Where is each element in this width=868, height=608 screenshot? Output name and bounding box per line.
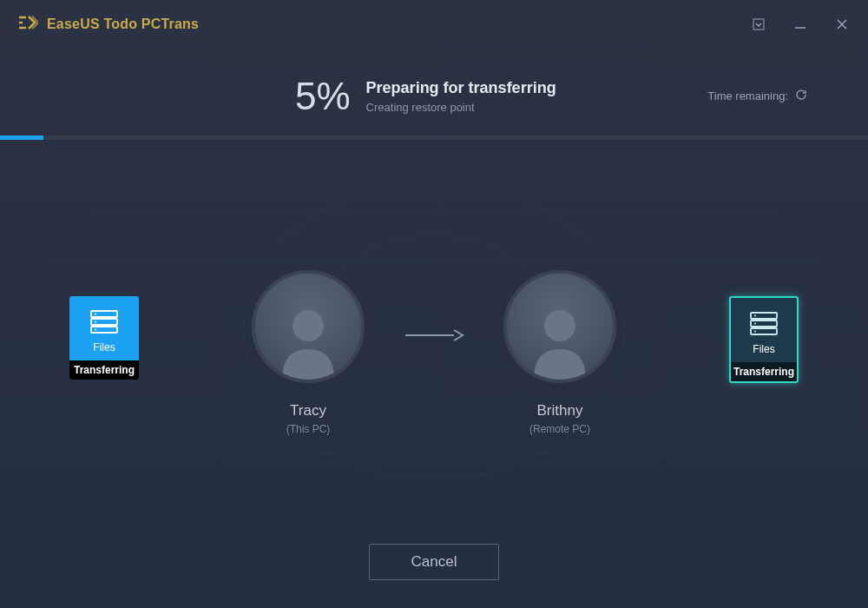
close-icon[interactable] xyxy=(833,16,851,33)
dest-card-status: Transferring xyxy=(731,362,797,381)
dest-pc: Brithny (Remote PC) xyxy=(503,270,616,435)
window-controls xyxy=(750,16,851,33)
app-window: EaseUS Todo PCTrans 5% Preparing for tra… xyxy=(0,0,868,608)
main-area: Files Transferring Files Transferring xyxy=(0,140,868,548)
svg-point-15 xyxy=(95,321,96,323)
dest-pc-name: Brithny xyxy=(503,402,616,420)
avatar-icon xyxy=(252,270,365,383)
dropdown-icon[interactable] xyxy=(750,16,767,33)
dest-files-card[interactable]: Files Transferring xyxy=(729,296,799,383)
svg-point-22 xyxy=(754,331,756,333)
files-icon xyxy=(69,296,139,338)
svg-point-21 xyxy=(754,323,756,325)
svg-point-20 xyxy=(754,315,756,317)
progress-percent: 5% xyxy=(295,75,351,118)
app-title: EaseUS Todo PCTrans xyxy=(47,17,199,32)
source-card-label: Files xyxy=(69,338,139,360)
avatar-icon xyxy=(503,270,616,383)
status-title: Preparing for transferring xyxy=(366,79,556,97)
source-pc-name: Tracy xyxy=(252,402,365,420)
refresh-icon xyxy=(795,89,807,103)
titlebar: EaseUS Todo PCTrans xyxy=(0,0,868,49)
svg-point-14 xyxy=(95,314,96,315)
svg-point-23 xyxy=(293,310,324,341)
source-pc: Tracy (This PC) xyxy=(252,270,365,435)
status-text: Preparing for transferring Creating rest… xyxy=(366,79,556,114)
time-remaining: Time remaining: xyxy=(707,89,807,103)
svg-point-16 xyxy=(95,329,96,331)
files-icon xyxy=(731,298,797,340)
svg-rect-0 xyxy=(753,19,764,30)
title-left: EaseUS Todo PCTrans xyxy=(17,16,199,33)
dest-card-label: Files xyxy=(731,340,797,362)
status-header: 5% Preparing for transferring Creating r… xyxy=(0,49,868,135)
app-logo-icon xyxy=(17,16,38,33)
time-remaining-label: Time remaining: xyxy=(707,89,788,102)
cancel-button[interactable]: Cancel xyxy=(369,544,499,580)
source-card-status: Transferring xyxy=(69,360,139,380)
transfer-arrow-icon xyxy=(404,327,464,347)
source-pc-role: (This PC) xyxy=(252,423,365,435)
source-files-card[interactable]: Files Transferring xyxy=(69,296,139,380)
status-subtitle: Creating restore point xyxy=(366,101,556,114)
svg-point-25 xyxy=(544,310,575,341)
minimize-icon[interactable] xyxy=(792,16,809,33)
dest-pc-role: (Remote PC) xyxy=(503,423,616,435)
